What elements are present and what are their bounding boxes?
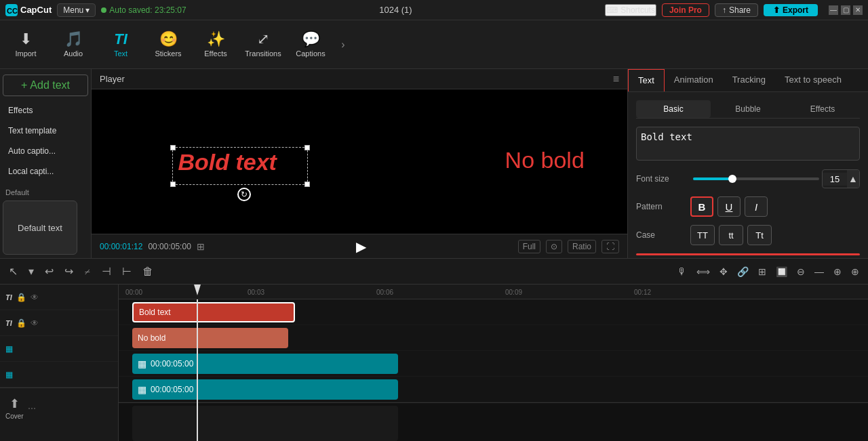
minimize-button[interactable]: — (829, 5, 838, 15)
transitions-icon: ⤢ (257, 32, 269, 47)
section-divider (636, 253, 860, 255)
tl-tool3[interactable]: 🔗 (734, 265, 752, 278)
screenshot-button[interactable]: ⊙ (546, 240, 562, 253)
preview-bold-text[interactable]: Bold text (173, 148, 307, 176)
media-clip-2[interactable]: ▦ 00:00:05:00 (132, 379, 398, 400)
full-button[interactable]: Full (518, 240, 540, 253)
rotate-handle[interactable]: ↻ (237, 188, 251, 201)
toolbar-more-button[interactable]: › (335, 22, 351, 68)
toolbar-captions[interactable]: 💬 Captions (288, 22, 334, 68)
bold-text-clip[interactable]: Bold text (132, 302, 295, 322)
case-titlecase-button[interactable]: Tt (747, 225, 772, 245)
text-label: Text (114, 49, 127, 58)
nobold-clip[interactable]: No bold (132, 328, 288, 348)
ratio-button[interactable]: Ratio (568, 240, 596, 253)
toolbar-text[interactable]: TI Text (98, 22, 144, 68)
export-button[interactable]: ⬆ Export (764, 4, 818, 16)
case-uppercase-button[interactable]: TT (690, 225, 715, 245)
shortcuts-button[interactable]: ⌨ Shortcuts (605, 4, 656, 16)
media-icon-1: ▦ (5, 344, 13, 354)
toolbar-stickers[interactable]: 😊 Stickers (145, 22, 191, 68)
tl-tool2[interactable]: ✥ (716, 265, 731, 278)
toolbar-effects[interactable]: ✨ Effects (193, 22, 239, 68)
player-title: Player (100, 74, 125, 84)
zoom-in-button[interactable]: ⊕ (830, 265, 845, 278)
text-template-button[interactable]: Text template (3, 122, 88, 140)
nobold-clip-label: No bold (138, 333, 165, 343)
font-size-up-button[interactable]: ▲ (847, 170, 859, 188)
case-lowercase-button[interactable]: tt (719, 225, 743, 245)
close-button[interactable]: ✕ (853, 5, 863, 15)
mic-button[interactable]: 🎙 (674, 265, 690, 278)
export-label: Export (783, 5, 808, 15)
case-row: Case TT tt Tt (636, 225, 860, 245)
zoom-slider[interactable]: — (811, 265, 827, 278)
local-caption-button[interactable]: Local capti... (3, 163, 88, 180)
stickers-icon: 😊 (159, 32, 178, 47)
subtab-basic[interactable]: Basic (636, 100, 711, 118)
tl-tool1[interactable]: ⟺ (693, 265, 713, 278)
left-panel: + Add text Effects Text template Auto ca… (0, 69, 92, 258)
play-button[interactable]: ▶ (356, 238, 366, 255)
add-text-button[interactable]: + Add text (3, 75, 88, 96)
tl-dropdown-button[interactable]: ▾ (25, 264, 37, 279)
tl-tool5[interactable]: 🔲 (772, 265, 791, 278)
time-total: 00:00:05:00 (148, 242, 191, 251)
tab-tracking[interactable]: Tracking (723, 69, 775, 91)
underline-button[interactable]: U (717, 196, 741, 217)
default-template-item[interactable]: Default text (3, 201, 77, 255)
split-button[interactable]: ⌿ (81, 264, 94, 279)
trim-right-button[interactable]: ⊢ (119, 264, 135, 279)
media-clip-icon-2: ▦ (138, 384, 146, 395)
select-tool-button[interactable]: ↖ (5, 264, 21, 279)
font-size-slider[interactable] (693, 177, 819, 180)
player-menu-button[interactable]: ≡ (613, 73, 619, 85)
font-size-value: 15 (823, 173, 847, 186)
tab-animation[interactable]: Animation (665, 69, 723, 91)
playhead[interactable] (197, 299, 198, 441)
toolbar-transitions[interactable]: ⤢ Transitions (240, 22, 286, 68)
subtab-effects[interactable]: Effects (785, 100, 860, 118)
grid-icon[interactable]: ⊞ (197, 241, 205, 252)
fit-button[interactable]: ⊕ (848, 265, 863, 278)
pattern-label: Pattern (636, 202, 690, 211)
tl-tool4[interactable]: ⊞ (755, 265, 770, 278)
track-eye-icon-2[interactable]: 👁 (31, 318, 39, 328)
media-icon-2: ▦ (5, 370, 13, 379)
menu-button[interactable]: Menu ▾ (57, 3, 96, 17)
cover-extra-icon: ⋯ (28, 404, 36, 413)
track-lock-icon-2[interactable]: 🔒 (16, 318, 26, 328)
undo-button[interactable]: ↩ (41, 264, 57, 279)
cover-row (119, 402, 868, 441)
effects-button[interactable]: Effects (3, 102, 88, 119)
italic-button[interactable]: I (745, 196, 768, 217)
trim-left-button[interactable]: ⊣ (98, 264, 115, 279)
maximize-button[interactable]: ▢ (841, 5, 850, 15)
delete-button[interactable]: 🗑 (139, 264, 157, 279)
share-button[interactable]: ↑ Share (715, 3, 758, 17)
handle-bl (170, 182, 176, 187)
tab-tts[interactable]: Text to speech (775, 69, 851, 91)
toolbar-audio[interactable]: 🎵 Audio (50, 22, 96, 68)
autosave-label: Auto saved: 23:25:07 (109, 5, 186, 15)
auto-caption-button[interactable]: Auto captio... (3, 142, 88, 160)
redo-button[interactable]: ↪ (61, 264, 77, 279)
join-pro-button[interactable]: Join Pro (662, 3, 709, 17)
bold-button[interactable]: B (690, 196, 713, 217)
ruler-mark-3: 00:09 (505, 289, 522, 296)
media-clip-1[interactable]: ▦ 00:00:05:00 (132, 354, 398, 374)
tab-text[interactable]: Text (628, 69, 665, 91)
text-input[interactable]: Bold text (636, 127, 860, 161)
transitions-label: Transitions (245, 49, 281, 58)
app-name: CapCut (20, 5, 52, 15)
subtab-bubble[interactable]: Bubble (711, 100, 785, 118)
cover-clip[interactable] (132, 406, 398, 441)
fullscreen-button[interactable]: ⛶ (601, 240, 619, 253)
zoom-out-button[interactable]: ⊖ (793, 265, 808, 278)
track-eye-icon-1[interactable]: 👁 (31, 293, 39, 302)
preview-nobold-container: No bold (505, 147, 585, 173)
menu-label: Menu (63, 5, 83, 15)
toolbar-import[interactable]: ⬇ Import (3, 22, 49, 68)
player-panel: Player ≡ Bold text No bold ↻ (92, 69, 627, 258)
track-lock-icon-1[interactable]: 🔒 (16, 293, 26, 302)
